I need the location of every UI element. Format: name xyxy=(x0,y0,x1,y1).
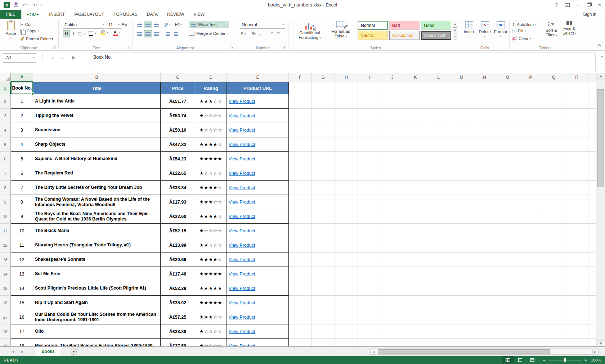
cell-empty[interactable] xyxy=(542,166,565,181)
column-header-L[interactable]: L xyxy=(427,73,450,82)
cell-empty[interactable] xyxy=(381,324,404,339)
cell-title[interactable]: The Dirty Little Secrets of Getting Your… xyxy=(33,181,161,195)
cell-empty[interactable] xyxy=(450,82,473,94)
cell-empty[interactable] xyxy=(450,123,473,137)
cell-price[interactable]: Â£23.88 xyxy=(161,324,195,339)
cell-empty[interactable] xyxy=(404,94,427,109)
cell-empty[interactable] xyxy=(588,82,596,94)
vertical-scroll-thumb[interactable] xyxy=(597,89,604,187)
cell-price[interactable]: Â£52.29 xyxy=(161,281,195,296)
cell-empty[interactable] xyxy=(358,324,381,339)
view-product-link[interactable]: View Product xyxy=(229,214,255,219)
name-box[interactable]: A1▾ xyxy=(3,53,36,63)
sheet-nav-left-button[interactable]: ◄ xyxy=(8,347,17,356)
cell-price[interactable]: Â£37.59 xyxy=(161,339,195,346)
cell-empty[interactable] xyxy=(427,82,450,94)
cell-empty[interactable] xyxy=(588,324,596,339)
row-header-19[interactable]: 19 xyxy=(0,339,11,346)
cell-empty[interactable] xyxy=(404,281,427,296)
cell-empty[interactable] xyxy=(519,152,542,166)
cell-empty[interactable] xyxy=(404,82,427,94)
cell-empty[interactable] xyxy=(473,82,496,94)
clipboard-dialog-launcher[interactable]: ↘ xyxy=(52,45,55,49)
tab-formulas[interactable]: FORMULAS xyxy=(109,10,142,19)
cell-empty[interactable] xyxy=(542,181,565,195)
cell-empty[interactable] xyxy=(335,339,358,346)
zoom-level[interactable]: 100% xyxy=(591,358,601,362)
cell-empty[interactable] xyxy=(312,267,335,281)
cell-empty[interactable] xyxy=(519,296,542,310)
column-header-K[interactable]: K xyxy=(404,73,427,82)
cell-empty[interactable] xyxy=(289,109,312,123)
row-header-8[interactable]: 8 xyxy=(0,181,11,195)
cell-empty[interactable] xyxy=(450,109,473,123)
decrease-indent-button[interactable] xyxy=(163,30,171,37)
row-header-13[interactable]: 13 xyxy=(0,252,11,267)
cell-empty[interactable] xyxy=(312,339,335,346)
cell-empty[interactable] xyxy=(427,152,450,166)
zoom-slider-thumb[interactable] xyxy=(564,358,566,362)
cell-empty[interactable] xyxy=(450,181,473,195)
cell-empty[interactable] xyxy=(358,296,381,310)
cell-empty[interactable] xyxy=(450,152,473,166)
cell-empty[interactable] xyxy=(519,267,542,281)
column-header-J[interactable]: J xyxy=(381,73,404,82)
view-product-link[interactable]: View Product xyxy=(229,329,255,334)
cell-price[interactable]: Â£57.25 xyxy=(161,310,195,324)
cell-empty[interactable] xyxy=(335,123,358,137)
column-header-F[interactable]: F xyxy=(289,73,312,82)
ribbon-display-options-button[interactable]: ▴ xyxy=(562,0,573,10)
cell-empty[interactable] xyxy=(519,181,542,195)
vertical-scrollbar[interactable]: ▲ ▼ xyxy=(596,73,605,346)
cell-empty[interactable] xyxy=(565,339,588,346)
cell-empty[interactable] xyxy=(588,252,596,267)
cell-empty[interactable] xyxy=(496,238,519,252)
cancel-button[interactable]: ✕ xyxy=(48,54,57,62)
cell-empty[interactable] xyxy=(358,339,381,346)
cell-price[interactable]: Â£47.82 xyxy=(161,137,195,152)
cell-book-no[interactable]: 10 xyxy=(11,224,33,238)
cell-empty[interactable] xyxy=(565,82,588,94)
cell-empty[interactable] xyxy=(427,324,450,339)
row-header-15[interactable]: 15 xyxy=(0,281,11,296)
cell-empty[interactable] xyxy=(312,123,335,137)
cell-empty[interactable] xyxy=(312,281,335,296)
cell-empty[interactable] xyxy=(588,94,596,109)
cell-empty[interactable] xyxy=(289,324,312,339)
cell-empty[interactable] xyxy=(404,166,427,181)
cell-empty[interactable] xyxy=(542,94,565,109)
minimize-button[interactable]: ─ xyxy=(573,0,583,10)
style-calculation[interactable]: Calculation xyxy=(389,31,420,40)
row-header-10[interactable]: 10 xyxy=(0,209,11,224)
cell-empty[interactable] xyxy=(542,238,565,252)
insert-function-button[interactable]: fx xyxy=(69,54,78,62)
cell-price[interactable]: Â£33.34 xyxy=(161,181,195,195)
cell-empty[interactable] xyxy=(404,252,427,267)
cell-empty[interactable] xyxy=(335,209,358,224)
view-product-link[interactable]: View Product xyxy=(229,315,255,320)
cell-empty[interactable] xyxy=(427,209,450,224)
cell-empty[interactable] xyxy=(312,109,335,123)
page-break-view-button[interactable] xyxy=(526,356,538,364)
row-header-7[interactable]: 7 xyxy=(0,166,11,181)
column-header-E[interactable]: E xyxy=(227,73,289,82)
scroll-up-button[interactable]: ▲ xyxy=(596,73,605,79)
column-header-P[interactable]: P xyxy=(519,73,542,82)
cell-rating[interactable]: ★★★★★ xyxy=(195,267,227,281)
cell-empty[interactable] xyxy=(381,209,404,224)
row-header-6[interactable]: 6 xyxy=(0,152,11,166)
cell-empty[interactable] xyxy=(519,324,542,339)
cell-price[interactable]: Â£35.02 xyxy=(161,296,195,310)
cell-empty[interactable] xyxy=(496,137,519,152)
cell-title[interactable]: Soumission xyxy=(33,123,161,137)
view-product-link[interactable]: View Product xyxy=(229,272,255,277)
cell-empty[interactable] xyxy=(473,94,496,109)
cell-empty[interactable] xyxy=(565,281,588,296)
styles-gallery-more-button[interactable]: ▾ xyxy=(453,34,457,40)
cell-empty[interactable] xyxy=(565,152,588,166)
cell-header-title[interactable]: Title xyxy=(33,82,161,94)
cell-empty[interactable] xyxy=(450,310,473,324)
cell-book-no[interactable]: 13 xyxy=(11,267,33,281)
view-product-link[interactable]: View Product xyxy=(229,113,255,118)
cell-title[interactable]: A Light in the Attic xyxy=(33,94,161,109)
